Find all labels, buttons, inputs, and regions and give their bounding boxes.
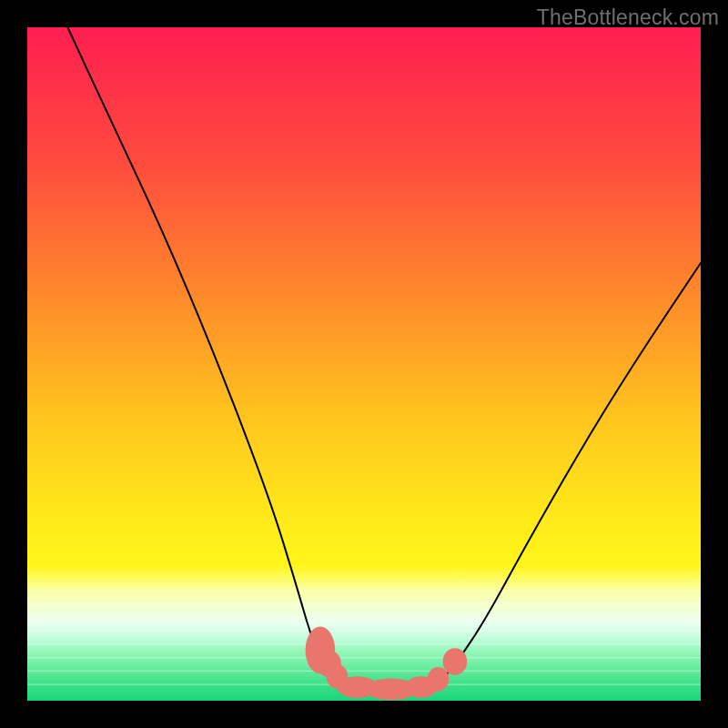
plot-svg xyxy=(27,27,701,701)
watermark-text: TheBottleneck.com xyxy=(537,5,719,30)
svg-rect-0 xyxy=(27,590,701,591)
gradient-bg xyxy=(27,27,701,701)
svg-rect-6 xyxy=(27,671,701,672)
svg-rect-3 xyxy=(27,630,701,631)
plot-area xyxy=(27,27,701,701)
svg-rect-5 xyxy=(27,657,701,658)
svg-rect-2 xyxy=(27,617,701,618)
valley-marker-7 xyxy=(443,648,468,675)
chart-frame: TheBottleneck.com xyxy=(0,0,728,728)
svg-rect-1 xyxy=(27,603,701,604)
svg-rect-4 xyxy=(27,643,701,644)
valley-marker-6 xyxy=(428,667,450,692)
